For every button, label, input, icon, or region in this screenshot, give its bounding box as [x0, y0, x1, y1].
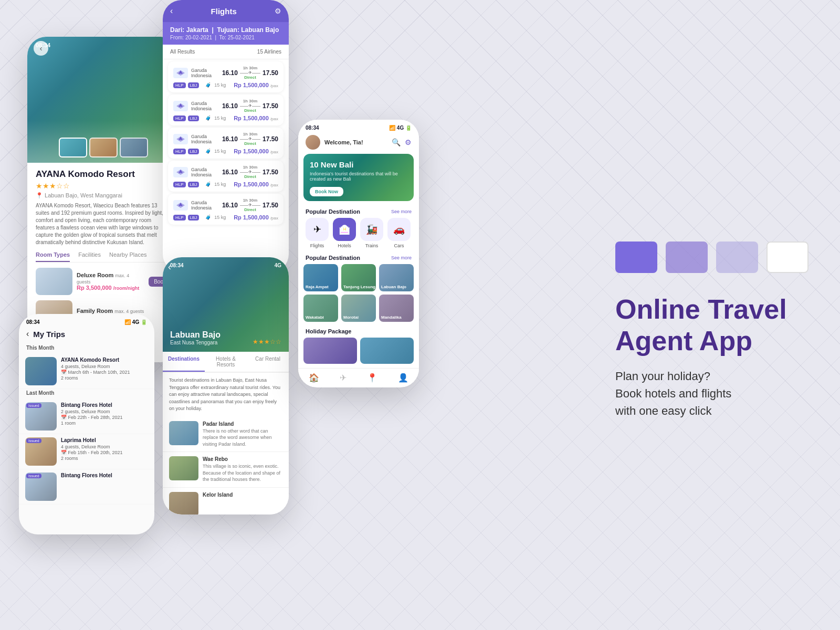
- flights-label: Flights: [310, 243, 324, 248]
- phone-destination-detail: 08:34 4G ‹ Labuan Bajo East Nusa Tenggar…: [163, 257, 289, 514]
- trips-back-button[interactable]: ‹: [26, 329, 29, 339]
- flights-airlines-count: 15 Airlines: [257, 49, 281, 55]
- flight-times-0: 16.10 1h 30m ——✈—— Direct 17.50: [222, 66, 278, 80]
- flights-header: ‹ Flights ⚙: [163, 0, 289, 22]
- baggage-0: 15 kg: [214, 82, 226, 88]
- price-0: Rp 1,500,000 /pax: [234, 82, 278, 88]
- flight-card-2[interactable]: Garuda Indonesia 16.10 1h 30m ——✈—— Dire…: [168, 128, 284, 159]
- trip-name-0: AYANA Komodo Resort: [61, 357, 148, 363]
- trip-badge-2: Issued: [26, 438, 41, 443]
- trip-item-2[interactable]: Issued Laprima Hotel 4 guests, Deluxe Ro…: [19, 434, 154, 469]
- flights-route-main: Dari: Jakarta | Tujuan: Labuan Bajo: [170, 26, 281, 34]
- trip-guests-1: 2 guests, Deluxe Room: [61, 409, 148, 414]
- trip-item-1[interactable]: Issued Bintang Flores Hotel 2 guests, De…: [19, 399, 154, 434]
- trip-info-2: Laprima Hotel 4 guests, Deluxe Room 📅 Fe…: [61, 437, 148, 466]
- dest-place-1[interactable]: Wae Rebo This village is so iconic, even…: [163, 452, 289, 488]
- dest-card-name-5: Mandalika: [381, 315, 402, 320]
- hotel-back-button[interactable]: ‹: [34, 41, 48, 56]
- trip-item-0[interactable]: AYANA Komodo Resort 4 guests, Deluxe Roo…: [19, 354, 154, 389]
- dest-status-bar: 08:34 4G: [163, 257, 289, 270]
- dest-card-raja-ampat[interactable]: Raja Ampat: [303, 264, 338, 291]
- cat-trains[interactable]: 🚂 Trains: [360, 218, 383, 248]
- dest-back-button[interactable]: ‹: [168, 261, 171, 272]
- hotel-thumb-3[interactable]: [120, 138, 148, 158]
- tab-nearby-places[interactable]: Nearby Places: [109, 251, 147, 262]
- dest-time: 08:34: [170, 262, 184, 268]
- flights-results-label: All Results: [170, 49, 195, 55]
- flight-card-1[interactable]: Garuda Indonesia 16.10 1h 30m ——✈—— Dire…: [168, 94, 284, 125]
- dest-card-wakatabi[interactable]: Wakatabi: [303, 295, 338, 322]
- room-name-deluxe: Deluxe Room max. 4 guests: [77, 272, 144, 285]
- nav-home-icon[interactable]: 🏠: [309, 373, 319, 383]
- tab-facilities[interactable]: Facilities: [78, 251, 101, 262]
- search-icon[interactable]: 🔍: [392, 138, 401, 146]
- main-time: 08:34: [306, 125, 319, 131]
- airline-name-4: Garuda Indonesia: [191, 200, 219, 211]
- header-icons: 🔍 ⚙: [392, 138, 412, 146]
- trip-item-3[interactable]: Issued Bintang Flores Hotel: [19, 469, 154, 505]
- trips-status-bar: 08:34 📶 4G 🔋: [19, 314, 154, 327]
- tab-hotels-resorts[interactable]: Hotels & Resorts: [205, 352, 247, 372]
- cat-cars[interactable]: 🚗 Cars: [387, 218, 411, 248]
- nav-profile-icon[interactable]: 👤: [398, 373, 408, 383]
- depart-time-0: 16.10: [222, 69, 238, 77]
- main-signal: 📶 4G 🔋: [389, 125, 412, 131]
- holiday-cards: [303, 338, 414, 364]
- tab-destinations[interactable]: Destinations: [163, 352, 205, 372]
- tab-room-types[interactable]: Room Types: [36, 251, 70, 262]
- cat-flights[interactable]: ✈ Flights: [306, 218, 329, 248]
- dest-place-0[interactable]: Padar Island There is no other word that…: [163, 417, 289, 453]
- trip-image-2: Issued: [25, 437, 57, 466]
- flight-times-2: 16.10 1h 30m ——✈—— Direct 17.50: [222, 132, 278, 146]
- nav-map-icon[interactable]: 📍: [367, 373, 377, 383]
- trips-signal: 📶 4G 🔋: [124, 319, 147, 325]
- flights-back-button[interactable]: ‹: [170, 6, 173, 16]
- airline-logo-4: [173, 200, 188, 211]
- flights-icon-box: ✈: [306, 218, 329, 241]
- dest-card-tanjung[interactable]: Tanjung Lesung: [341, 264, 376, 291]
- flights-filter-icon[interactable]: ⚙: [275, 7, 281, 15]
- dest-card-labuan[interactable]: Labuan Bajo: [379, 264, 414, 291]
- airline-name-0: Garuda Indonesia: [191, 68, 219, 78]
- dest-place-2[interactable]: Kelor Island: [163, 488, 289, 514]
- banner-book-button[interactable]: Book Now: [310, 187, 343, 196]
- trip-name-3: Bintang Flores Hotel: [61, 472, 148, 478]
- tab-car-rental[interactable]: Car Rental: [247, 352, 289, 372]
- flight-times-3: 16.10 1h 30m ——✈—— Direct 17.50: [222, 165, 278, 179]
- flights-summary: All Results 15 Airlines: [163, 45, 289, 59]
- dest-card-mandalika[interactable]: Mandalika: [379, 295, 414, 322]
- nav-flights-icon[interactable]: ✈: [340, 373, 346, 383]
- hotel-thumb-2[interactable]: [89, 138, 118, 158]
- dest-card-name-0: Raja Ampat: [306, 285, 329, 289]
- dest-card-morotai[interactable]: Morotai: [341, 295, 376, 322]
- place-name-2: Kelor Island: [203, 492, 233, 498]
- holiday-card-0[interactable]: [303, 338, 357, 364]
- holiday-card-1[interactable]: [360, 338, 414, 364]
- hotel-thumb-1[interactable]: [59, 138, 87, 158]
- trip-info-0: AYANA Komodo Resort 4 guests, Deluxe Roo…: [61, 357, 148, 385]
- cat-hotels[interactable]: 🏨 Hotels: [333, 218, 356, 248]
- trip-dates-1: 📅 Feb 22th - Feb 28th, 2021: [61, 415, 148, 420]
- color-squares: [615, 242, 808, 273]
- banner: 10 New Bali Indonesia's tourist destinat…: [303, 154, 414, 201]
- hotel-tabs: Room Types Facilities Nearby Places: [36, 251, 171, 262]
- welcome-text: Welcome, Tia!: [324, 139, 363, 145]
- trains-icon-box: 🚂: [360, 218, 383, 241]
- flight-card-3[interactable]: Garuda Indonesia 16.10 1h 30m ——✈—— Dire…: [168, 161, 284, 192]
- flight-card-0[interactable]: Garuda Indonesia 16.10 1h 30m ——✈—— Dire…: [168, 61, 284, 92]
- see-more-popular[interactable]: See more: [391, 209, 412, 214]
- hotel-stars: ★★★☆☆: [36, 182, 171, 190]
- color-square-3: [766, 242, 808, 273]
- flight-card-4[interactable]: Garuda Indonesia 16.10 1h 30m ——✈—— Dire…: [168, 194, 284, 225]
- place-info-2: Kelor Island: [203, 492, 233, 514]
- last-month-label: Last Month: [19, 389, 154, 399]
- trip-badge-3: Issued: [26, 474, 41, 478]
- hotel-hero-image: 08:34 4G ‹: [27, 37, 180, 163]
- airline-logo-3: [173, 167, 188, 177]
- trip-guests-0: 4 guests, Deluxe Room: [61, 364, 148, 369]
- airline-name-1: Garuda Indonesia: [191, 101, 219, 111]
- see-more-dest[interactable]: See more: [391, 255, 412, 260]
- filter-icon[interactable]: ⚙: [405, 138, 412, 146]
- trip-image-1: Issued: [25, 402, 57, 430]
- color-square-0: [615, 242, 657, 273]
